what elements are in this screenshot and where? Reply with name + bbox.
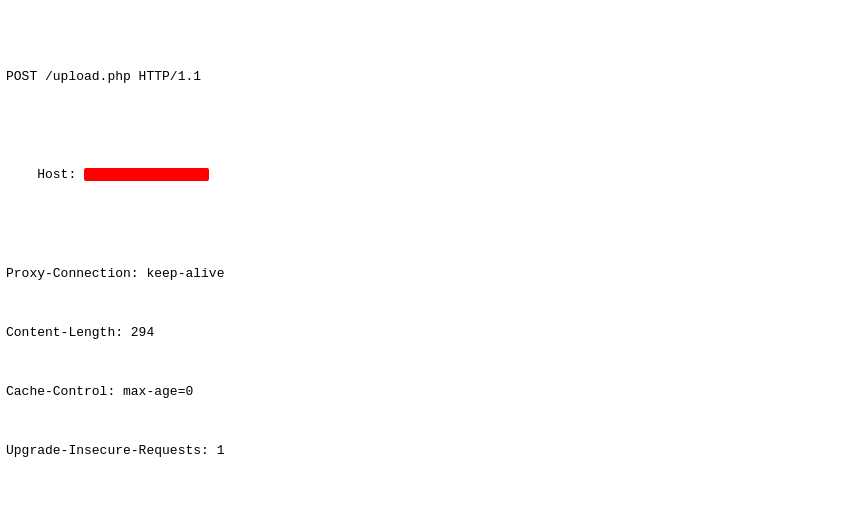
host-redacted [84,168,209,181]
request-line: POST /upload.php HTTP/1.1 [6,67,855,87]
cache-control-line: Cache-Control: max-age=0 [6,382,855,402]
proxy-connection-line: Proxy-Connection: keep-alive [6,264,855,284]
host-line: Host: [6,145,855,205]
upgrade-insecure-line: Upgrade-Insecure-Requests: 1 [6,441,855,461]
content-length-line: Content-Length: 294 [6,323,855,343]
host-label: Host: [37,167,84,182]
http-request-body: POST /upload.php HTTP/1.1 Host: Proxy-Co… [0,0,861,514]
